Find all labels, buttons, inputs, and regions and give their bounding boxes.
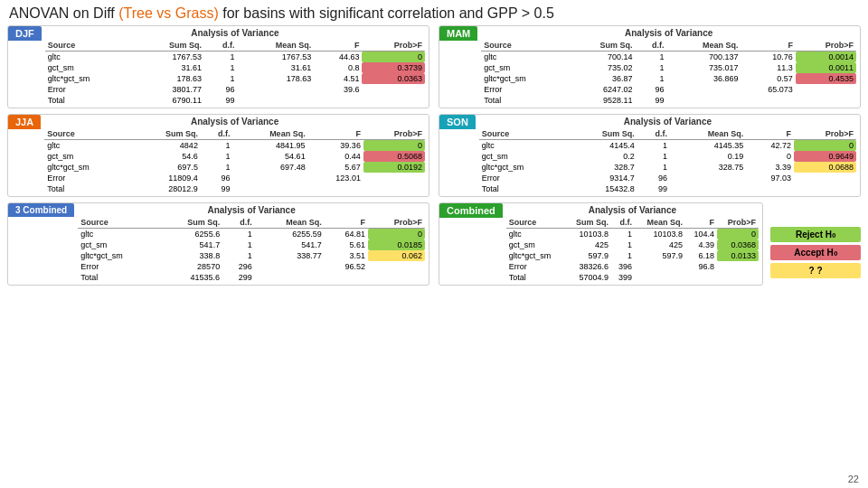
combined-panel: Combined Analysis of Variance Source Sum… xyxy=(439,202,763,286)
djf-col-sumsq: Sum Sq. xyxy=(134,40,204,52)
table-row: gct_sm0.210.1900.9649 xyxy=(479,151,856,162)
table-row: Error6247.029665.073 xyxy=(481,84,856,95)
title-part1: ANOVAN on Diff xyxy=(9,5,118,21)
table-row: Error2857029696.52 xyxy=(78,261,425,272)
title-part2: (Tree vs Grass) xyxy=(118,5,219,21)
jja-header: JJA xyxy=(8,115,41,129)
djf-col-prob: Prob>F xyxy=(362,40,425,52)
table-row: gltc484214841.9539.360 xyxy=(44,140,425,152)
legend-reject: Reject H₀ xyxy=(770,227,861,242)
table-row: Total28012.999 xyxy=(44,183,425,194)
title-part3: for basins with significant correlation … xyxy=(219,5,554,21)
djf-header: DJF xyxy=(8,26,42,41)
combined3-panel: 3 Combined Analysis of Variance Source S… xyxy=(7,202,429,286)
table-row: gltc*gct_sm36.87136.8690.570.4535 xyxy=(481,73,856,84)
table-row: gltc4145.414145.3542.720 xyxy=(479,140,856,152)
djf-col-df: d.f. xyxy=(204,40,237,52)
son-table: Source Sum Sq. d.f. Mean Sq. F Prob>F gl… xyxy=(479,128,856,194)
table-row: Total6790.1199 xyxy=(45,95,425,106)
djf-col-f: F xyxy=(314,40,362,52)
table-row: Total9528.1199 xyxy=(481,95,856,106)
son-anova-title: Analysis of Variance xyxy=(479,117,856,127)
table-row: gltc*gct_sm338.81338.773.510.062 xyxy=(78,250,425,261)
table-row: gct_sm42514254.390.0368 xyxy=(506,239,759,250)
table-row: gct_sm31.61131.610.80.3739 xyxy=(45,62,425,73)
table-row: gltc*gct_sm697.51697.485.670.0192 xyxy=(44,162,425,173)
table-row: gltc6255.616255.5964.810 xyxy=(78,229,425,240)
table-row: Error9314.79697.03 xyxy=(479,173,856,183)
table-row: gct_sm735.021735.01711.30.0011 xyxy=(481,62,856,73)
table-row: gltc*gct_sm178.631178.634.510.0363 xyxy=(45,73,425,84)
combined-header: Combined xyxy=(439,203,503,218)
jja-anova-title: Analysis of Variance xyxy=(44,117,425,127)
legend-area: Reject H₀ Accept H₀ ? ? xyxy=(770,202,861,286)
page-title: ANOVAN on Diff (Tree vs Grass) for basin… xyxy=(0,0,868,25)
legend-accept: Accept H₀ xyxy=(770,245,861,260)
combined-right-wrapper: Combined Analysis of Variance Source Sum… xyxy=(439,202,861,286)
table-row: Error38326.639696.8 xyxy=(506,261,759,272)
table-row: Error3801.779639.6 xyxy=(45,84,425,95)
table-row: gltc1767.5311767.5344.630 xyxy=(45,52,425,63)
combined3-table: Source Sum Sq. d.f. Mean Sq. F Prob>F gl… xyxy=(78,217,425,283)
mam-anova-title: Analysis of Variance xyxy=(481,28,856,38)
table-row: gct_sm54.6154.610.440.5068 xyxy=(44,151,425,162)
table-row: Total57004.9399 xyxy=(506,272,759,283)
djf-panel: DJF Analysis of Variance Source Sum Sq. … xyxy=(7,25,429,108)
son-header: SON xyxy=(439,115,476,129)
table-row: gltc10103.8110103.8104.40 xyxy=(506,229,759,240)
legend-maybe: ? ? xyxy=(770,263,861,278)
mam-header: MAM xyxy=(439,26,477,41)
table-row: Error11809.496123.01 xyxy=(44,173,425,183)
table-row: gltc*gct_sm597.91597.96.180.0133 xyxy=(506,250,759,261)
table-row: gltc700.141700.13710.760.0014 xyxy=(481,52,856,63)
jja-table: Source Sum Sq. d.f. Mean Sq. F Prob>F gl… xyxy=(44,128,425,194)
jja-panel: JJA Analysis of Variance Source Sum Sq. … xyxy=(7,114,429,197)
mam-panel: MAM Analysis of Variance Source Sum Sq. … xyxy=(439,25,861,108)
combined-anova-title: Analysis of Variance xyxy=(506,205,759,215)
table-row: Total15432.899 xyxy=(479,183,856,194)
djf-col-source: Source xyxy=(45,40,134,52)
son-panel: SON Analysis of Variance Source Sum Sq. … xyxy=(439,114,861,197)
djf-anova-title: Analysis of Variance xyxy=(45,28,425,38)
combined3-header: 3 Combined xyxy=(8,203,74,217)
djf-table: Source Sum Sq. d.f. Mean Sq. F Prob>F gl… xyxy=(45,40,425,106)
mam-table: Source Sum Sq. d.f. Mean Sq. F Prob>F gl… xyxy=(481,40,856,106)
table-row: Total41535.6299 xyxy=(78,272,425,283)
combined3-anova-title: Analysis of Variance xyxy=(78,205,425,215)
combined-table: Source Sum Sq. d.f. Mean Sq. F Prob>F gl… xyxy=(506,217,759,283)
page-number: 22 xyxy=(848,474,859,484)
table-row: gltc*gct_sm328.71328.753.390.0688 xyxy=(479,162,856,173)
djf-col-meansq: Mean Sq. xyxy=(237,40,314,52)
table-row: gct_sm541.71541.75.610.0185 xyxy=(78,239,425,250)
